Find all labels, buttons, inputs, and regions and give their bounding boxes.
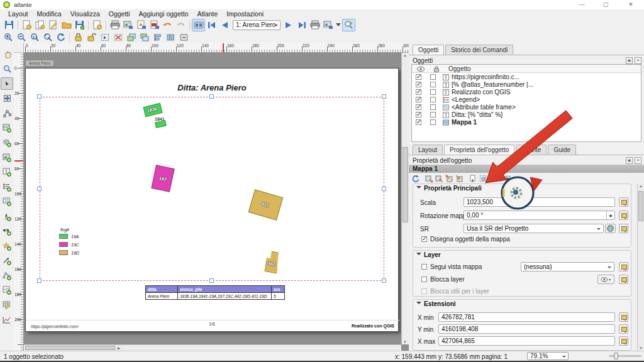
menu-modifica[interactable]: Modifica (33, 10, 66, 18)
new-layout-icon[interactable] (20, 19, 33, 31)
selection-handle[interactable] (209, 94, 214, 99)
view-extent-in-canvas-icon[interactable] (434, 174, 444, 184)
menu-visualizza[interactable]: Visualizza (66, 10, 104, 18)
add-table-tool-icon[interactable] (1, 195, 13, 208)
item-row[interactable]: <Legend> (412, 96, 641, 104)
selection-handle[interactable] (209, 278, 214, 283)
duplicate-layout-icon[interactable] (33, 19, 47, 31)
lock-checkbox[interactable] (430, 74, 436, 80)
section-estensioni[interactable]: Estensioni (416, 300, 456, 307)
layout-page[interactable]: Ditta: Arena Piero 1836 1841 167 431 442 (25, 68, 399, 332)
item-row[interactable]: T https://pigrecoinfinito.c... (412, 74, 641, 81)
float-panel-icon[interactable]: ▣ (626, 57, 633, 64)
maximize-button[interactable]: ▢ (596, 0, 615, 9)
canvas-vertical-scrollbar[interactable]: ▲ ▼ (401, 53, 409, 344)
add-north-arrow-tool-icon[interactable]: N (1, 211, 13, 223)
item-row[interactable]: T [% @atlas_featurenumber |... (412, 81, 641, 89)
xmin-input[interactable]: 426782,781 (438, 312, 615, 322)
export-atlas-icon[interactable] (321, 19, 335, 31)
lock-items-icon[interactable] (72, 31, 85, 43)
undo-icon[interactable] (161, 19, 174, 31)
edit-nodes-tool-icon[interactable] (1, 107, 13, 119)
item-row-selected[interactable]: Mappa 1 (412, 119, 641, 126)
visibility-checkbox[interactable] (416, 119, 421, 125)
export-image-icon[interactable] (121, 19, 135, 31)
visibility-checkbox[interactable] (416, 112, 421, 118)
export-pdf-icon[interactable] (148, 19, 161, 31)
zoom-in-icon[interactable] (1, 31, 14, 43)
tab-guide[interactable]: Guide (548, 145, 576, 155)
visibility-checkbox[interactable] (416, 97, 421, 102)
selection-handle[interactable] (382, 187, 386, 191)
set-scale-icon[interactable] (468, 174, 478, 184)
xmax-input[interactable]: 427064,865 (438, 336, 615, 346)
menu-atlante[interactable]: Atlante (192, 10, 222, 18)
lock-checkbox[interactable] (430, 104, 436, 110)
selection-handle[interactable] (37, 278, 42, 283)
add-fixed-table-tool-icon[interactable] (1, 299, 13, 312)
draw-map-items-checkbox[interactable]: Disegna oggetti della mappa (421, 236, 510, 243)
resize-items-icon[interactable] (177, 31, 191, 43)
props-vertical-scrollbar[interactable]: ▲ ▼ (637, 184, 644, 351)
scale-input[interactable]: 1023,500 (464, 197, 615, 207)
menu-aggiungi-oggetto[interactable]: Aggiungi oggetto (135, 10, 193, 18)
lock-checkbox[interactable] (430, 82, 436, 87)
align-left-icon[interactable] (151, 31, 164, 43)
view-current-map-canvas-extent-icon[interactable] (454, 174, 464, 184)
float-panel-icon[interactable]: ▣ (626, 157, 633, 164)
minimize-button[interactable]: — (572, 0, 591, 9)
crs-globe-button[interactable] (605, 224, 616, 233)
section-proprieta-principali[interactable]: Proprietà Principali (416, 185, 482, 192)
lock-layers-checkbox[interactable]: Blocca layer (421, 276, 464, 283)
map-rotation-input[interactable]: 0,00 ° (464, 211, 615, 220)
zoom-level-combo[interactable]: 79.1% (527, 352, 569, 360)
tab-proprieta-oggetto[interactable]: Proprietà dell'oggetto (444, 145, 514, 155)
visibility-checkbox[interactable] (416, 74, 421, 80)
add-scalebar-tool-icon[interactable] (1, 225, 13, 238)
visibility-checkbox[interactable] (416, 82, 421, 87)
lock-checkbox[interactable] (430, 97, 436, 102)
follow-map-theme-checkbox[interactable]: Segui vista mappa (421, 263, 482, 270)
pan-tool-icon[interactable] (1, 48, 13, 60)
close-panel-icon[interactable]: ✕ (635, 57, 641, 64)
tab-storico-comandi[interactable]: Storico dei Comandi (445, 45, 513, 55)
map-theme-combo[interactable]: (nessuna) (521, 262, 614, 272)
spinner-arrows-icon[interactable] (606, 211, 614, 221)
selection-handle[interactable] (37, 187, 42, 191)
refresh-view-icon[interactable] (54, 31, 67, 43)
theme-data-defined-button[interactable] (619, 262, 628, 272)
raise-items-icon[interactable] (125, 31, 138, 43)
tab-oggetti[interactable]: Oggetti (413, 45, 444, 55)
page-title-label[interactable]: Ditta: Arena Piero (40, 83, 384, 92)
layout-canvas[interactable]: Arena Piero Ditta: Arena Piero 1836 1841… (24, 53, 409, 351)
crs-combo[interactable]: Usa il SR del Progetto (464, 224, 604, 233)
print-icon[interactable] (108, 19, 121, 31)
add-shape-tool-icon[interactable] (1, 240, 13, 253)
unlock-items-icon[interactable] (85, 31, 98, 43)
atlas-preview-toggle[interactable] (192, 19, 205, 31)
bookmark-extent-icon[interactable] (478, 174, 488, 184)
add-label-tool-icon[interactable]: T (1, 166, 13, 178)
scale-data-defined-button[interactable] (619, 197, 628, 207)
visibility-checkbox[interactable] (416, 89, 421, 95)
add-picture-tool-icon[interactable] (1, 151, 13, 164)
tab-atlante[interactable]: Atlante (516, 145, 547, 155)
lock-checkbox[interactable] (430, 89, 436, 95)
selection-handle[interactable] (382, 278, 386, 283)
canvas-horizontal-scrollbar[interactable]: ▶ (24, 344, 401, 351)
ymin-input[interactable]: 4160198,408 (438, 324, 615, 334)
layout-manager-icon[interactable] (47, 19, 60, 31)
menu-oggetti[interactable]: Oggetti (104, 10, 135, 18)
add-node-item-tool-icon[interactable] (1, 270, 13, 282)
lock-layers-eye-button[interactable]: ▾ (597, 275, 614, 284)
redo-icon[interactable] (174, 19, 187, 31)
visibility-checkbox[interactable] (416, 104, 421, 110)
atlas-first-feature-icon[interactable] (205, 19, 218, 31)
atlas-last-feature-icon[interactable] (295, 19, 308, 31)
close-button[interactable]: ✕ (621, 0, 640, 9)
item-row[interactable]: T Realizzato con QGIS (412, 89, 641, 96)
select-all-icon[interactable] (98, 31, 111, 43)
xmax-data-defined-button[interactable] (619, 336, 628, 346)
interactive-edit-key-icon[interactable] (493, 174, 503, 184)
atlas-margin-gear-icon[interactable] (503, 174, 513, 184)
